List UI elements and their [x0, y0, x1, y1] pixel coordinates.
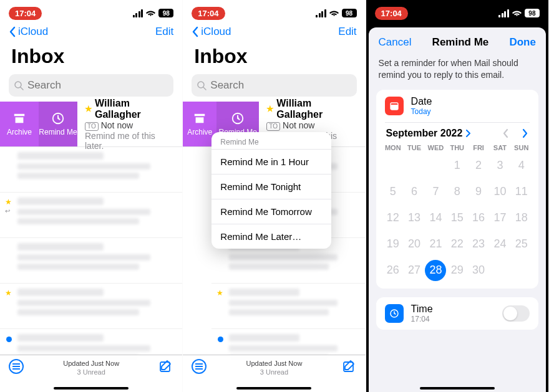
remind-popover: Remind Me Remind Me in 1 Hour Remind Me … [211, 132, 331, 249]
calendar-day[interactable]: 30 [468, 259, 489, 282]
search-field[interactable] [192, 74, 356, 97]
calendar-day[interactable]: 27 [404, 259, 425, 282]
date-row[interactable]: Date Today [376, 90, 538, 122]
sheet-description: Set a reminder for when Mail should remi… [369, 57, 546, 90]
date-sub: Today [411, 107, 432, 116]
remind-action[interactable]: Remind Me [39, 102, 77, 146]
calendar-day[interactable]: 5 [382, 180, 404, 204]
popover-header: Remind Me [211, 132, 331, 149]
vip-star-icon: ★ [85, 104, 92, 113]
calendar-day[interactable]: 12 [382, 206, 404, 230]
back-button[interactable]: iCloud [192, 26, 231, 38]
cancel-button[interactable]: Cancel [379, 36, 412, 49]
battery-icon: 98 [158, 9, 173, 17]
calendar-day[interactable]: 13 [404, 206, 425, 230]
calendar-day[interactable]: 15 [447, 206, 468, 230]
calendar-day[interactable]: 20 [404, 232, 425, 256]
archive-action[interactable]: Archive [0, 102, 39, 146]
calendar-day[interactable]: 2 [468, 154, 489, 178]
battery-icon: 98 [342, 9, 357, 17]
sender-line: ★William Gallagher [85, 98, 175, 120]
signal-icon [316, 9, 326, 17]
toolbar: Updated Just Now3 Unread [183, 355, 365, 392]
signal-icon [498, 9, 509, 17]
mail-row[interactable] [0, 284, 182, 329]
compose-button[interactable] [158, 359, 173, 374]
calendar-day[interactable]: 8 [447, 180, 468, 204]
calendar-day[interactable]: 19 [382, 232, 404, 256]
archive-icon [12, 112, 26, 125]
status-bar: 17:04 98 [0, 0, 182, 22]
search-field[interactable] [9, 74, 173, 97]
calendar-day[interactable]: 23 [468, 232, 489, 256]
filter-button[interactable] [9, 359, 24, 374]
calendar-day[interactable]: 9 [468, 180, 489, 204]
compose-button[interactable] [342, 359, 357, 374]
calendar-day[interactable]: 28 [425, 260, 446, 281]
edit-button[interactable]: Edit [155, 26, 173, 38]
toolbar-status: Updated Just Now3 Unread [246, 359, 303, 376]
calendar-day[interactable]: 3 [489, 154, 510, 178]
calendar-day[interactable]: 18 [511, 206, 532, 230]
page-title: Inbox [0, 41, 182, 72]
popover-item[interactable]: Remind Me Tonight [211, 174, 331, 199]
status-bar: 17:04 98 [366, 0, 548, 22]
calendar-grid[interactable]: 1234567891011121314151617181920212223242… [376, 154, 538, 289]
popover-item[interactable]: Remind Me Tomorrow [211, 199, 331, 224]
mail-row[interactable] [0, 238, 182, 284]
status-icons: 98 [498, 9, 540, 17]
time-toggle[interactable] [502, 305, 530, 322]
chevron-left-icon [9, 26, 16, 37]
calendar-day[interactable]: 7 [425, 180, 446, 204]
time-sub: 17:04 [411, 315, 433, 323]
done-button[interactable]: Done [509, 36, 536, 49]
calendar-day[interactable]: 4 [511, 154, 532, 178]
month-picker[interactable]: September 2022 [386, 128, 470, 139]
calendar-day[interactable]: 22 [447, 232, 468, 256]
sheet-nav: Cancel Remind Me Done [369, 27, 546, 57]
back-button[interactable]: iCloud [9, 26, 48, 38]
mail-row[interactable] [0, 147, 182, 193]
popover-item[interactable]: Remind Me Later… [211, 224, 331, 249]
date-card: Date Today September 2022 MONTUEWEDTHUFR… [376, 90, 538, 289]
home-indicator[interactable] [420, 387, 495, 390]
next-month-button[interactable] [522, 128, 528, 138]
calendar-day[interactable]: 24 [489, 232, 510, 256]
calendar-day[interactable]: 1 [447, 154, 468, 178]
mail-cell[interactable]: ★William Gallagher TONot now Remind me o… [77, 102, 182, 146]
to-tag: TO [266, 122, 280, 131]
calendar-day[interactable]: 29 [447, 259, 468, 282]
home-indicator[interactable] [54, 387, 129, 390]
search-input[interactable] [210, 79, 351, 92]
toolbar-status: Updated Just Now3 Unread [63, 359, 119, 376]
toolbar: Updated Just Now3 Unread [0, 355, 182, 392]
time-row[interactable]: Time 17:04 [376, 297, 538, 330]
status-bar: 17:04 98 [183, 0, 365, 22]
time-label: Time [411, 304, 433, 315]
filter-button[interactable] [192, 359, 206, 374]
calendar-day[interactable]: 16 [468, 206, 489, 230]
mail-row-swiped[interactable]: Archive Remind Me ★William Gallagher TON… [0, 102, 182, 147]
calendar-day[interactable]: 10 [489, 180, 510, 204]
prev-month-button[interactable] [502, 128, 508, 138]
calendar-day[interactable]: 11 [511, 180, 532, 204]
popover-item[interactable]: Remind Me in 1 Hour [211, 149, 331, 174]
calendar-day[interactable]: 25 [511, 232, 532, 256]
calendar-day[interactable]: 21 [425, 232, 446, 256]
time-pill: 17:04 [192, 7, 225, 20]
mail-row[interactable] [0, 193, 182, 238]
calendar-day[interactable]: 14 [425, 206, 446, 230]
search-icon [14, 80, 24, 90]
clock-icon [385, 304, 404, 323]
mail-row[interactable] [211, 284, 365, 329]
calendar-day[interactable]: 26 [382, 259, 404, 282]
calendar-day[interactable]: 17 [489, 206, 510, 230]
search-input[interactable] [27, 79, 168, 92]
date-label: Date [411, 96, 432, 107]
edit-button[interactable]: Edit [338, 26, 356, 38]
sender-line: ★William Gallagher [266, 98, 357, 120]
calendar-day [425, 154, 446, 178]
calendar-day[interactable]: 6 [404, 180, 425, 204]
home-indicator[interactable] [236, 387, 311, 390]
page-title: Inbox [183, 41, 365, 72]
